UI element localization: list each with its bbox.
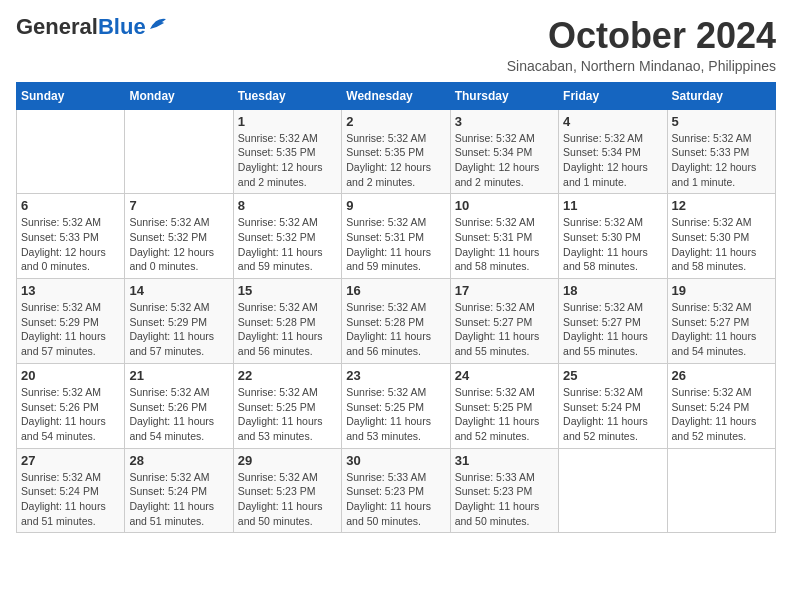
weekday-header-row: SundayMondayTuesdayWednesdayThursdayFrid… [17,82,776,109]
day-number: 25 [563,368,662,383]
weekday-header: Monday [125,82,233,109]
day-info: Sunrise: 5:32 AM Sunset: 5:32 PM Dayligh… [238,215,337,274]
calendar-cell: 15Sunrise: 5:32 AM Sunset: 5:28 PM Dayli… [233,279,341,364]
day-info: Sunrise: 5:32 AM Sunset: 5:29 PM Dayligh… [129,300,228,359]
day-number: 16 [346,283,445,298]
day-info: Sunrise: 5:32 AM Sunset: 5:35 PM Dayligh… [238,131,337,190]
calendar-cell: 20Sunrise: 5:32 AM Sunset: 5:26 PM Dayli… [17,363,125,448]
calendar-cell: 23Sunrise: 5:32 AM Sunset: 5:25 PM Dayli… [342,363,450,448]
day-info: Sunrise: 5:33 AM Sunset: 5:23 PM Dayligh… [455,470,554,529]
day-number: 24 [455,368,554,383]
calendar-cell: 12Sunrise: 5:32 AM Sunset: 5:30 PM Dayli… [667,194,775,279]
calendar-cell: 21Sunrise: 5:32 AM Sunset: 5:26 PM Dayli… [125,363,233,448]
day-number: 15 [238,283,337,298]
day-info: Sunrise: 5:32 AM Sunset: 5:35 PM Dayligh… [346,131,445,190]
day-info: Sunrise: 5:32 AM Sunset: 5:25 PM Dayligh… [455,385,554,444]
calendar-week-row: 13Sunrise: 5:32 AM Sunset: 5:29 PM Dayli… [17,279,776,364]
calendar-cell [667,448,775,533]
calendar-cell: 4Sunrise: 5:32 AM Sunset: 5:34 PM Daylig… [559,109,667,194]
calendar-cell [17,109,125,194]
calendar-cell: 26Sunrise: 5:32 AM Sunset: 5:24 PM Dayli… [667,363,775,448]
weekday-header: Friday [559,82,667,109]
day-info: Sunrise: 5:32 AM Sunset: 5:23 PM Dayligh… [238,470,337,529]
calendar-cell: 14Sunrise: 5:32 AM Sunset: 5:29 PM Dayli… [125,279,233,364]
calendar-cell: 28Sunrise: 5:32 AM Sunset: 5:24 PM Dayli… [125,448,233,533]
calendar-cell: 17Sunrise: 5:32 AM Sunset: 5:27 PM Dayli… [450,279,558,364]
weekday-header: Sunday [17,82,125,109]
day-info: Sunrise: 5:32 AM Sunset: 5:31 PM Dayligh… [346,215,445,274]
day-number: 3 [455,114,554,129]
page-header: GeneralBlue October 2024 Sinacaban, Nort… [16,16,776,74]
month-title: October 2024 [507,16,776,56]
calendar-cell: 8Sunrise: 5:32 AM Sunset: 5:32 PM Daylig… [233,194,341,279]
day-number: 7 [129,198,228,213]
day-number: 29 [238,453,337,468]
calendar-cell: 29Sunrise: 5:32 AM Sunset: 5:23 PM Dayli… [233,448,341,533]
day-number: 4 [563,114,662,129]
day-info: Sunrise: 5:32 AM Sunset: 5:25 PM Dayligh… [238,385,337,444]
day-number: 18 [563,283,662,298]
logo-bird-icon [148,15,170,33]
day-info: Sunrise: 5:32 AM Sunset: 5:30 PM Dayligh… [563,215,662,274]
calendar-cell: 25Sunrise: 5:32 AM Sunset: 5:24 PM Dayli… [559,363,667,448]
calendar-cell: 5Sunrise: 5:32 AM Sunset: 5:33 PM Daylig… [667,109,775,194]
day-number: 28 [129,453,228,468]
calendar-cell: 11Sunrise: 5:32 AM Sunset: 5:30 PM Dayli… [559,194,667,279]
day-number: 23 [346,368,445,383]
day-info: Sunrise: 5:32 AM Sunset: 5:25 PM Dayligh… [346,385,445,444]
day-number: 1 [238,114,337,129]
day-number: 31 [455,453,554,468]
day-number: 17 [455,283,554,298]
weekday-header: Saturday [667,82,775,109]
calendar-cell: 10Sunrise: 5:32 AM Sunset: 5:31 PM Dayli… [450,194,558,279]
day-number: 5 [672,114,771,129]
day-info: Sunrise: 5:32 AM Sunset: 5:24 PM Dayligh… [129,470,228,529]
title-block: October 2024 Sinacaban, Northern Mindana… [507,16,776,74]
calendar-cell: 13Sunrise: 5:32 AM Sunset: 5:29 PM Dayli… [17,279,125,364]
day-number: 19 [672,283,771,298]
calendar-cell: 22Sunrise: 5:32 AM Sunset: 5:25 PM Dayli… [233,363,341,448]
calendar-week-row: 6Sunrise: 5:32 AM Sunset: 5:33 PM Daylig… [17,194,776,279]
day-number: 9 [346,198,445,213]
location-title: Sinacaban, Northern Mindanao, Philippine… [507,58,776,74]
calendar-cell [125,109,233,194]
day-info: Sunrise: 5:32 AM Sunset: 5:34 PM Dayligh… [563,131,662,190]
day-info: Sunrise: 5:32 AM Sunset: 5:27 PM Dayligh… [672,300,771,359]
calendar-week-row: 1Sunrise: 5:32 AM Sunset: 5:35 PM Daylig… [17,109,776,194]
calendar-cell: 18Sunrise: 5:32 AM Sunset: 5:27 PM Dayli… [559,279,667,364]
calendar-cell: 1Sunrise: 5:32 AM Sunset: 5:35 PM Daylig… [233,109,341,194]
weekday-header: Thursday [450,82,558,109]
day-number: 6 [21,198,120,213]
day-number: 12 [672,198,771,213]
day-number: 27 [21,453,120,468]
calendar-cell: 24Sunrise: 5:32 AM Sunset: 5:25 PM Dayli… [450,363,558,448]
day-number: 14 [129,283,228,298]
day-number: 10 [455,198,554,213]
day-info: Sunrise: 5:32 AM Sunset: 5:24 PM Dayligh… [21,470,120,529]
day-number: 8 [238,198,337,213]
calendar-cell: 30Sunrise: 5:33 AM Sunset: 5:23 PM Dayli… [342,448,450,533]
day-info: Sunrise: 5:32 AM Sunset: 5:28 PM Dayligh… [346,300,445,359]
weekday-header: Tuesday [233,82,341,109]
day-number: 26 [672,368,771,383]
day-number: 20 [21,368,120,383]
day-info: Sunrise: 5:33 AM Sunset: 5:23 PM Dayligh… [346,470,445,529]
calendar-week-row: 27Sunrise: 5:32 AM Sunset: 5:24 PM Dayli… [17,448,776,533]
day-info: Sunrise: 5:32 AM Sunset: 5:24 PM Dayligh… [563,385,662,444]
calendar-cell: 31Sunrise: 5:33 AM Sunset: 5:23 PM Dayli… [450,448,558,533]
calendar-cell: 19Sunrise: 5:32 AM Sunset: 5:27 PM Dayli… [667,279,775,364]
day-info: Sunrise: 5:32 AM Sunset: 5:33 PM Dayligh… [672,131,771,190]
calendar-cell: 7Sunrise: 5:32 AM Sunset: 5:32 PM Daylig… [125,194,233,279]
calendar-cell: 9Sunrise: 5:32 AM Sunset: 5:31 PM Daylig… [342,194,450,279]
day-number: 11 [563,198,662,213]
day-number: 2 [346,114,445,129]
day-number: 21 [129,368,228,383]
day-info: Sunrise: 5:32 AM Sunset: 5:26 PM Dayligh… [21,385,120,444]
calendar-cell: 6Sunrise: 5:32 AM Sunset: 5:33 PM Daylig… [17,194,125,279]
weekday-header: Wednesday [342,82,450,109]
calendar-cell [559,448,667,533]
day-info: Sunrise: 5:32 AM Sunset: 5:26 PM Dayligh… [129,385,228,444]
logo-text: GeneralBlue [16,16,146,38]
day-number: 22 [238,368,337,383]
calendar-cell: 16Sunrise: 5:32 AM Sunset: 5:28 PM Dayli… [342,279,450,364]
